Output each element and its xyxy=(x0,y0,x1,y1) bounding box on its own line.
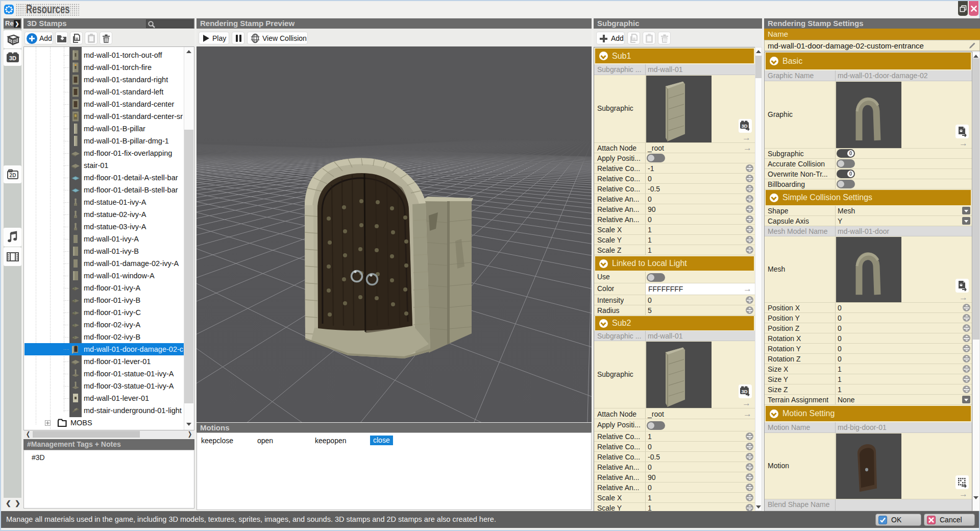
svg-text:3D: 3D xyxy=(741,123,747,129)
svg-text:3D: 3D xyxy=(741,389,747,394)
svg-text:3D: 3D xyxy=(9,55,16,61)
svg-text:2D: 2D xyxy=(9,172,16,178)
